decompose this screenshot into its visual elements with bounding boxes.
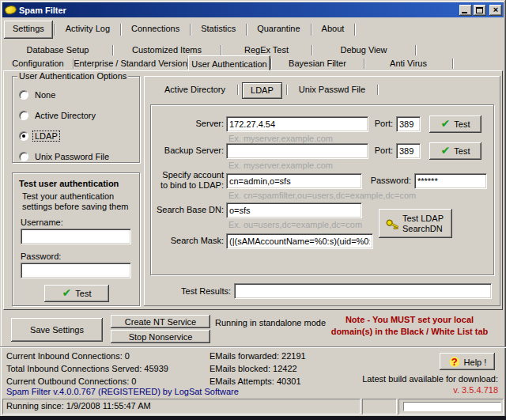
test-results-label: Test Results: — [176, 286, 231, 296]
directory-tab-panel: Active DirectoryLDAPUnix Passwd File Ser… — [144, 76, 500, 306]
stat-line: Current Outbound Connections: 0 — [6, 375, 168, 388]
tab-unix-passwd-file[interactable]: Unix Passwd File — [291, 82, 373, 99]
maximize-icon — [476, 7, 483, 13]
settings-tab-row-2: ConfigurationEnterprise / Standard Versi… — [3, 57, 503, 70]
stats-column-emails: EMails forwarded: 22191EMails blocked: 1… — [210, 350, 306, 388]
stop-nonservice-button[interactable]: Stop Nonservice — [111, 330, 210, 343]
test-password-input[interactable] — [21, 263, 131, 278]
radio-label-none: None — [33, 90, 57, 100]
tab-user-authentication[interactable]: User Authentication — [188, 55, 270, 70]
test-searchdn-line2: SearchDN — [402, 224, 443, 233]
backup-port-input[interactable] — [396, 143, 421, 159]
check-icon: ✔ — [441, 117, 451, 130]
running-since-panel: Running since: 1/9/2008 11:55:47 AM — [2, 399, 361, 414]
tab-ldap[interactable]: LDAP — [242, 82, 282, 99]
help-button[interactable]: ?Help ! — [440, 353, 495, 370]
test-auth-title: Test user authentication — [19, 179, 119, 188]
radio-button-none[interactable] — [19, 90, 28, 100]
radio-button-ldap[interactable] — [19, 131, 28, 141]
backup-server-input[interactable] — [226, 143, 368, 159]
test-auth-button[interactable]: ✔Test — [44, 285, 109, 302]
stat-line: EMails forwarded: 22191 — [210, 350, 306, 362]
radio-button-active-directory[interactable] — [19, 111, 28, 120]
tab-quarantine[interactable]: Quarantine — [248, 21, 308, 39]
status-panel-2 — [362, 399, 397, 414]
directory-tab-bar: Active DirectoryLDAPUnix Passwd File — [157, 82, 382, 99]
tab-debug-view[interactable]: Debug View — [312, 44, 415, 57]
tab-divider — [354, 24, 355, 36]
tab-divider — [55, 24, 55, 36]
tab-activity-log[interactable]: Activity Log — [57, 21, 119, 39]
radio-option-ldap[interactable]: LDAP — [19, 131, 139, 141]
radio-option-none[interactable]: None — [19, 90, 139, 100]
base-dn-input[interactable] — [226, 202, 362, 218]
stat-line: Current Inbound Connections: 0 — [6, 350, 168, 362]
base-dn-hint: Ex. ou=users,dc=example,dc=com — [228, 220, 362, 229]
auth-options-title: User Authentication Options — [17, 71, 128, 81]
bind-account-input[interactable] — [226, 173, 362, 189]
create-nt-service-button[interactable]: Create NT Service — [111, 315, 210, 328]
stats-column-connections: Current Inbound Connections: 0Total Inbo… — [6, 350, 168, 388]
save-settings-button[interactable]: Save Settings — [11, 318, 103, 342]
test-auth-description: Test your authentication settings before… — [22, 191, 133, 212]
spam-filter-window: Spam Filter × SettingsActivity LogConnec… — [0, 0, 506, 420]
tab-strip-filler — [453, 57, 503, 70]
tab-settings[interactable]: Settings — [4, 21, 53, 39]
tab-divider — [120, 24, 121, 36]
search-mask-input[interactable] — [226, 233, 373, 249]
close-icon: × — [489, 5, 502, 15]
radio-option-unix-password-file[interactable]: Unix Password File — [19, 152, 139, 161]
radio-button-unix-password-file[interactable] — [19, 152, 28, 161]
tab-statistics[interactable]: Statistics — [192, 21, 244, 39]
backup-test-button-label: Test — [454, 146, 470, 156]
test-results-input[interactable] — [234, 283, 492, 299]
user-authentication-page: User Authentication Options NoneActive D… — [3, 70, 503, 310]
tab-divider — [286, 85, 287, 95]
bind-hint: Ex. cn=spamfilter,ou=users,dc=example,dc… — [228, 191, 416, 200]
test-username-input[interactable] — [21, 229, 131, 244]
server-hint: Ex. myserver.example.com — [228, 134, 333, 143]
search-mask-label: Search Mask: — [151, 236, 224, 245]
help-button-label: Help ! — [464, 358, 487, 367]
status-bar: Running since: 1/9/2008 11:55:47 AM — [2, 399, 504, 414]
test-searchdn-label: Test LDAPSearchDN — [402, 214, 444, 234]
bind-password-label: Password: — [370, 176, 411, 185]
tab-strip-filler — [416, 44, 503, 57]
registered-version-text: Spam Filter v.4.0.0.767 (REGISTERED) by … — [6, 387, 239, 396]
bind-account-label: Specify accountto bind to LDAP: — [151, 170, 224, 191]
stats-separator — [0, 346, 506, 348]
minimize-button[interactable] — [459, 5, 472, 16]
minimize-icon — [462, 12, 467, 13]
tab-configuration[interactable]: Configuration — [3, 57, 73, 70]
tab-active-directory[interactable]: Active Directory — [157, 82, 233, 99]
test-auth-panel: Test user authentication Test your authe… — [12, 172, 140, 306]
close-button[interactable]: × — [489, 5, 502, 16]
note-line2: domain(s) in the Black / White List tab — [331, 327, 489, 336]
settings-tab-strip: Database SetupCustomized ItemsRegEx Test… — [3, 44, 503, 70]
question-icon: ? — [448, 356, 461, 368]
latest-build-version: v. 3.5.4.718 — [453, 385, 498, 395]
app-icon — [4, 4, 17, 15]
bind-password-input[interactable] — [414, 173, 487, 189]
titlebar: Spam Filter × — [2, 2, 504, 17]
tab-about[interactable]: About — [313, 21, 353, 39]
radio-option-active-directory[interactable]: Active Directory — [19, 111, 139, 120]
server-port-input[interactable] — [396, 116, 421, 132]
stat-line: Total Inbound Connections Served: 45939 — [6, 362, 168, 375]
tab-enterprise-standard-version[interactable]: Enterprise / Standard Version — [74, 57, 187, 70]
tab-database-setup[interactable]: Database Setup — [3, 44, 112, 57]
server-input[interactable] — [226, 116, 368, 132]
tab-bayesian-filter[interactable]: Bayesian Filter — [271, 57, 364, 70]
maximize-button[interactable] — [474, 5, 486, 16]
ldap-form-panel: Server: Port: ✔Test Ex. myserver.example… — [150, 104, 494, 275]
tab-connections[interactable]: Connections — [123, 21, 188, 39]
tab-anti-virus[interactable]: Anti Virus — [364, 57, 452, 70]
server-port-label: Port: — [371, 119, 393, 128]
backup-test-button[interactable]: ✔Test — [429, 142, 481, 160]
latest-build-label: Latest build available for download: — [362, 374, 498, 384]
server-label: Server: — [151, 119, 224, 128]
test-username-label: Username: — [21, 218, 63, 227]
test-searchdn-button[interactable]: Test LDAPSearchDN — [379, 209, 452, 238]
server-test-button[interactable]: ✔Test — [429, 115, 481, 133]
tab-divider — [311, 24, 312, 36]
